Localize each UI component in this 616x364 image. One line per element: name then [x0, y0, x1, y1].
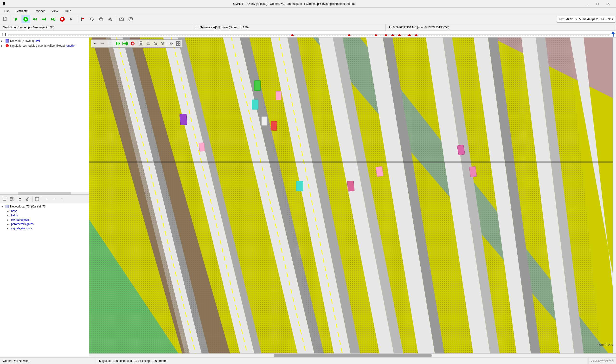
svg-point-32	[375, 34, 377, 36]
next-label: next:	[559, 18, 565, 21]
menu-simulate[interactable]: Simulate	[13, 8, 31, 14]
sim-canvas[interactable]: ← → ↑	[89, 38, 616, 353]
insp-up-button[interactable]: ↑	[58, 196, 66, 202]
run-button[interactable]	[21, 15, 30, 23]
car-icon	[5, 205, 9, 208]
minimize-button[interactable]: ─	[581, 0, 592, 8]
menu-inspect[interactable]: Inspect	[32, 8, 48, 14]
svg-rect-146	[176, 42, 178, 43]
insp-icon-button[interactable]	[33, 196, 41, 202]
network-icon	[5, 39, 9, 43]
svg-rect-147	[179, 42, 180, 43]
insp-item-fields[interactable]: ▶ fields	[0, 213, 89, 218]
canvas-nav-back[interactable]: ←	[92, 40, 99, 47]
canvas-3d-toggle[interactable]: 3D	[168, 40, 174, 47]
inspect-parent-button[interactable]	[16, 196, 24, 202]
svg-line-143	[156, 44, 157, 45]
stop-button[interactable]	[58, 15, 67, 23]
insp-sep-2	[42, 196, 42, 202]
timeline-bar[interactable]: [ ]	[0, 31, 616, 38]
tree-item-network[interactable]: ▶ Network (Network) id=1	[0, 39, 89, 43]
insp-item-params-gates[interactable]: ▶ parameters,gates	[0, 222, 89, 226]
tree-scrollbar[interactable]	[0, 192, 89, 195]
svg-rect-11	[45, 18, 46, 20]
menu-view[interactable]: View	[48, 8, 61, 14]
window-title: OMNeT++/Qtenv (release) - General #0 - o…	[233, 2, 355, 6]
set-run-button[interactable]	[79, 15, 87, 23]
canvas-stop[interactable]	[129, 40, 136, 47]
fast-run-button[interactable]	[31, 15, 39, 23]
svg-point-31	[348, 34, 350, 36]
right-area: ← → ↑	[89, 38, 616, 357]
close-button[interactable]: ✕	[603, 0, 614, 8]
next-event-text: Next: timer (omnetpp::cMessage, id=38)	[3, 26, 54, 29]
svg-rect-136	[139, 42, 143, 45]
run-until-button[interactable]	[49, 15, 57, 23]
insp-item-signals[interactable]: ▶ signals,statistics	[0, 226, 89, 231]
time-739ps: 739ps	[605, 18, 613, 21]
menu-file[interactable]: File	[1, 8, 12, 14]
tree-item-events[interactable]: ▶ simulation.scheduled-events (cEventHea…	[0, 43, 89, 48]
svg-rect-64	[35, 197, 37, 199]
svg-rect-121	[296, 181, 303, 191]
canvas-zoom-in[interactable]	[145, 40, 152, 47]
map-svg	[89, 38, 616, 353]
at-text: At: 6.7936697151445 (now+0.1382275134055…	[388, 26, 449, 29]
svg-rect-67	[37, 199, 39, 201]
svg-rect-18	[81, 18, 82, 21]
event-icon	[5, 44, 9, 48]
insp-label-signals: signals,statistics	[11, 227, 32, 230]
insp-back-button[interactable]: ←	[43, 196, 50, 202]
canvas-fast-run[interactable]	[122, 40, 129, 47]
at-section: At: 6.7936697151445 (now+0.1382275134055…	[386, 24, 616, 30]
next-event-display: next: #227 6s 655ms 442μs 201ns 739ps	[557, 14, 616, 24]
flat-list-button[interactable]	[1, 196, 8, 202]
svg-marker-5	[33, 18, 34, 20]
inspector-content: ▼ Network.car[70] (Car) id=73 ▶ base	[0, 203, 89, 357]
svg-rect-66	[35, 199, 37, 201]
insp-forward-button[interactable]: →	[51, 196, 58, 202]
canvas-layers[interactable]	[159, 40, 166, 47]
record-button[interactable]	[97, 15, 105, 23]
object-tree: ▶ Network (Network) id=1 ▶	[0, 38, 89, 192]
reload-button[interactable]	[88, 15, 96, 23]
insp-label-params-gates: parameters,gates	[11, 222, 33, 226]
canvas-zoom-out[interactable]	[152, 40, 159, 47]
bracket-open: [	[2, 32, 3, 36]
settings-button[interactable]	[106, 15, 115, 23]
main-toolbar: next: #227 6s 655ms 442μs 201ns 739ps	[0, 14, 616, 24]
svg-line-139	[149, 44, 150, 45]
tree-view-button[interactable]	[9, 196, 16, 202]
view-sep-2	[137, 41, 137, 46]
svg-rect-115	[199, 143, 205, 152]
new-button[interactable]	[1, 15, 10, 23]
express-run-button[interactable]	[40, 15, 48, 23]
step-button[interactable]	[67, 15, 76, 23]
insp-label-owned-objects: owned objects	[11, 218, 30, 221]
canvas-scrollbar[interactable]	[613, 38, 616, 353]
status-right: Msg stats: 100 scheduled / 100 existing …	[96, 358, 589, 364]
canvas-snapshot[interactable]	[138, 40, 144, 47]
maximize-button[interactable]: □	[592, 0, 603, 8]
screen-button[interactable]	[117, 15, 126, 23]
canvas-run[interactable]	[115, 40, 121, 47]
stats-button[interactable]	[126, 15, 135, 23]
svg-rect-120	[276, 91, 281, 100]
insp-item-base[interactable]: ▶ base	[0, 209, 89, 213]
menu-help[interactable]: Help	[62, 8, 74, 14]
canvas-layout[interactable]	[175, 40, 182, 47]
filter-button[interactable]	[24, 196, 31, 202]
step-back-button[interactable]	[12, 15, 21, 23]
svg-line-28	[131, 18, 132, 19]
insp-item-owned-objects[interactable]: ▶ owned objects	[0, 218, 89, 222]
timeline-track[interactable]	[8, 34, 610, 35]
canvas-nav-forward[interactable]: →	[99, 40, 106, 47]
insp-selected-object[interactable]: ▼ Network.car[70] (Car) id=73	[0, 204, 89, 209]
canvas-nav-up[interactable]: ↑	[106, 40, 113, 47]
svg-rect-24	[120, 18, 123, 21]
svg-marker-19	[82, 18, 84, 19]
svg-point-23	[109, 18, 111, 20]
bottom-scrollbar[interactable]	[89, 353, 616, 357]
status-right-text: Msg stats: 100 scheduled / 100 existing …	[99, 359, 167, 363]
svg-rect-46	[3, 198, 6, 198]
